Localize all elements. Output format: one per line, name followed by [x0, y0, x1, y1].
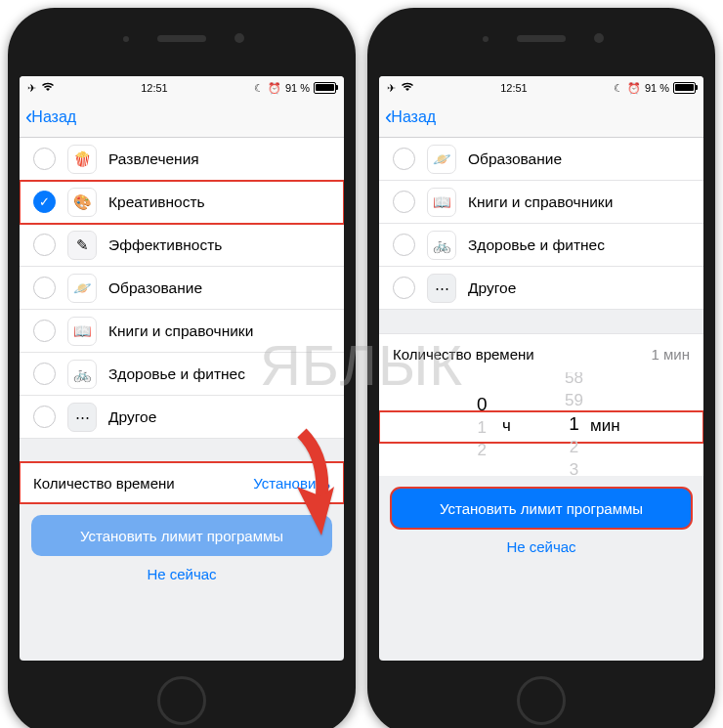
time-picker[interactable]: 0 1 2 ч 58 59 1 2 3 мин [379, 372, 703, 476]
category-icon: ⋯ [427, 274, 456, 303]
radio-unchecked[interactable] [393, 234, 415, 256]
dnd-icon: ☾ [254, 82, 264, 95]
wifi-icon [401, 82, 414, 94]
radio-unchecked[interactable] [33, 234, 56, 256]
time-set-link[interactable]: Установить [253, 475, 330, 492]
phone-right: ✈︎ 12:51 ☾ ⏰ 91 % ‹ Назад 🪐 Образование … [367, 8, 715, 728]
category-row[interactable]: 🚲 Здоровье и фитнес [20, 353, 344, 396]
picker-mins: 1 [569, 413, 579, 435]
speaker [517, 35, 566, 42]
nav-bar: ‹ Назад [379, 98, 703, 138]
dnd-icon: ☾ [614, 82, 623, 95]
time-label: Количество времени [393, 346, 534, 363]
set-limit-button[interactable]: Установить лимит программы [391, 488, 692, 529]
picker-selection-bar [379, 411, 703, 443]
battery-pct: 91 % [645, 82, 669, 94]
alarm-icon: ⏰ [627, 82, 641, 95]
picker-hours-unit: ч [502, 416, 511, 436]
camera-sensor [123, 36, 129, 42]
time-section: Количество времени 1 мин [379, 333, 703, 374]
category-icon: 🍿 [67, 145, 97, 174]
category-label: Другое [468, 279, 516, 297]
status-bar: ✈︎ 12:51 ☾ ⏰ 91 % [20, 76, 344, 98]
category-label: Развлечения [108, 150, 199, 168]
back-label: Назад [391, 108, 436, 126]
category-icon: 🪐 [67, 274, 97, 303]
not-now-link[interactable]: Не сейчас [379, 538, 703, 555]
category-label: Книги и справочники [108, 322, 253, 340]
picker-row: 2 [570, 438, 578, 457]
radio-unchecked[interactable] [33, 406, 56, 428]
category-row[interactable]: 🪐 Образование [379, 138, 703, 181]
category-row[interactable]: 🚲 Здоровье и фитнес [379, 224, 703, 267]
category-row[interactable]: 🍿 Развлечения [20, 138, 344, 181]
picker-hours-col[interactable]: 0 1 2 [477, 372, 488, 476]
category-label: Креативность [108, 193, 205, 211]
alarm-icon: ⏰ [268, 82, 281, 95]
radio-unchecked[interactable] [33, 148, 56, 170]
radio-checked[interactable]: ✓ [33, 191, 56, 213]
category-list: 🍿 Развлечения✓ 🎨 Креативность ✎ Эффектив… [20, 138, 344, 439]
radio-unchecked[interactable] [33, 363, 56, 385]
battery-pct: 91 % [285, 82, 310, 94]
time-label: Количество времени [33, 475, 175, 492]
not-now-link[interactable]: Не сейчас [20, 566, 344, 582]
time-section[interactable]: Количество времени Установить [20, 462, 344, 503]
picker-hours: 0 [477, 394, 488, 415]
radio-unchecked[interactable] [33, 320, 56, 342]
status-time: 12:51 [500, 82, 528, 94]
radio-unchecked[interactable] [393, 191, 415, 213]
category-list: 🪐 Образование 📖 Книги и справочники 🚲 Зд… [379, 138, 703, 310]
category-icon: 🪐 [427, 145, 456, 174]
battery-icon [314, 82, 336, 94]
category-icon: 🚲 [427, 231, 456, 260]
category-icon: 📖 [67, 317, 97, 346]
category-row[interactable]: ⋯ Другое [379, 267, 703, 310]
speaker [157, 35, 206, 42]
category-label: Другое [108, 408, 156, 426]
category-row[interactable]: 📖 Книги и справочники [20, 310, 344, 353]
radio-unchecked[interactable] [393, 277, 415, 299]
category-icon: ✎ [67, 231, 97, 260]
picker-row: 3 [570, 460, 578, 476]
category-row[interactable]: 📖 Книги и справочники [379, 181, 703, 224]
camera [234, 33, 244, 43]
battery-icon [673, 82, 696, 94]
back-label: Назад [31, 108, 76, 126]
category-row[interactable]: 🪐 Образование [20, 267, 344, 310]
nav-bar: ‹ Назад [20, 98, 344, 138]
back-button[interactable]: ‹ Назад [385, 105, 436, 130]
status-bar: ✈︎ 12:51 ☾ ⏰ 91 % [379, 76, 703, 98]
category-label: Здоровье и фитнес [468, 236, 605, 254]
back-button[interactable]: ‹ Назад [25, 105, 76, 130]
picker-row: 2 [478, 441, 487, 460]
picker-mins-unit: мин [590, 416, 620, 436]
category-row[interactable]: ⋯ Другое [20, 396, 344, 439]
screen-left: ✈︎ 12:51 ☾ ⏰ 91 % ‹ Назад 🍿 Развлечения✓… [20, 76, 344, 661]
camera-sensor [483, 36, 489, 42]
picker-row: 1 [478, 418, 487, 438]
picker-row: 59 [565, 391, 583, 410]
category-row[interactable]: ✎ Эффективность [20, 224, 344, 267]
category-label: Образование [468, 150, 562, 168]
home-button[interactable] [157, 676, 206, 725]
category-label: Образование [108, 279, 202, 297]
time-value: 1 мин [652, 346, 691, 363]
category-label: Эффективность [108, 236, 222, 254]
category-label: Здоровье и фитнес [108, 365, 245, 383]
airplane-icon: ✈︎ [27, 82, 36, 95]
radio-unchecked[interactable] [393, 148, 415, 170]
picker-mins-col[interactable]: 58 59 1 2 3 [565, 372, 583, 476]
status-time: 12:51 [141, 82, 168, 94]
category-icon: 🎨 [67, 188, 97, 217]
radio-unchecked[interactable] [33, 277, 56, 299]
category-icon: 🚲 [67, 360, 97, 389]
category-icon: ⋯ [67, 403, 97, 432]
set-limit-button[interactable]: Установить лимит программы [31, 515, 332, 556]
category-icon: 📖 [427, 188, 456, 217]
camera [594, 33, 604, 43]
category-row[interactable]: ✓ 🎨 Креативность [20, 181, 344, 224]
home-button[interactable] [517, 676, 566, 725]
picker-row: 58 [565, 372, 583, 388]
wifi-icon [41, 82, 55, 94]
